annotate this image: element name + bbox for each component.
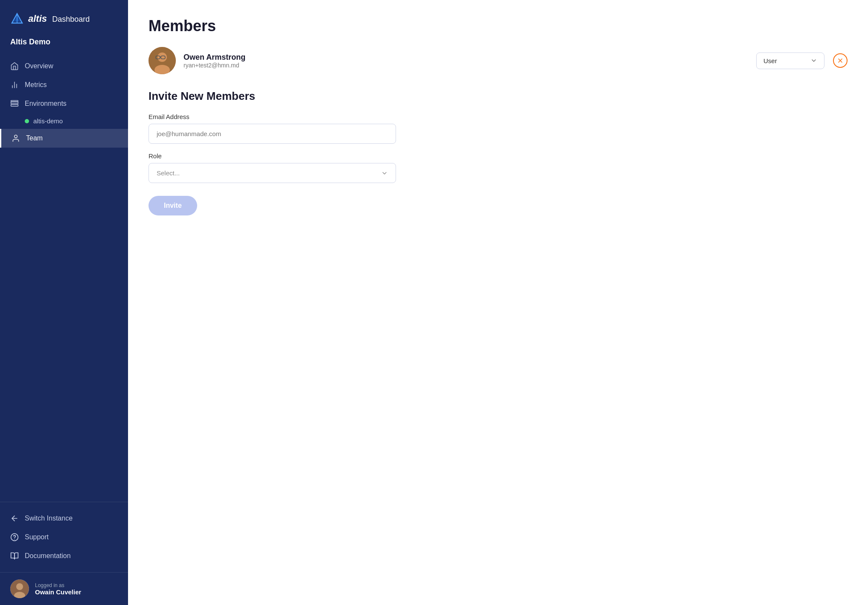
member-remove-button[interactable] [833, 53, 848, 68]
documentation-label: Documentation [25, 552, 71, 560]
user-name: Owain Cuvelier [35, 588, 81, 596]
email-form-group: Email Address [149, 113, 848, 144]
user-footer: Logged in as Owain Cuvelier [0, 572, 128, 605]
sidebar-item-metrics[interactable]: Metrics [0, 76, 128, 94]
documentation-button[interactable]: Documentation [0, 547, 128, 565]
sidebar-item-overview-label: Overview [25, 62, 53, 70]
sidebar-item-environments[interactable]: Environments [0, 94, 128, 113]
role-select-placeholder: Select... [157, 169, 180, 177]
home-icon [10, 62, 19, 70]
svg-rect-8 [11, 101, 18, 102]
sidebar: altis Dashboard Altis Demo Overview [0, 0, 128, 605]
sidebar-bottom: Switch Instance Support Documentation [0, 502, 128, 572]
member-avatar [149, 47, 176, 74]
switch-instance-label: Switch Instance [25, 515, 73, 522]
user-icon [12, 134, 20, 143]
role-select-dropdown[interactable]: Select... [149, 163, 396, 183]
svg-rect-6 [11, 102, 18, 104]
altis-logo-icon [10, 12, 24, 26]
email-input[interactable] [149, 124, 396, 144]
invite-section-title: Invite New Members [149, 90, 848, 103]
switch-instance-button[interactable]: Switch Instance [0, 509, 128, 528]
nav-section: Overview Metrics Environments [0, 53, 128, 502]
env-active-dot [25, 119, 29, 123]
close-icon [837, 57, 844, 64]
sidebar-item-overview[interactable]: Overview [0, 57, 128, 76]
instance-name: Altis Demo [0, 34, 128, 53]
avatar-image [10, 579, 29, 598]
env-sub-label: altis-demo [33, 117, 63, 125]
layers-icon [10, 99, 19, 108]
svg-point-9 [15, 135, 17, 138]
user-avatar [10, 579, 29, 598]
bar-chart-icon [10, 81, 19, 89]
member-email: ryan+test2@hmn.md [184, 62, 749, 69]
role-form-group: Role Select... [149, 152, 848, 183]
main-content: Members Owen Armstrong ryan+test2@hmn.md… [128, 0, 868, 605]
role-chevron-down-icon [381, 170, 388, 177]
page-title: Members [149, 17, 848, 35]
member-role-dropdown[interactable]: User [756, 52, 824, 69]
role-label: Role [149, 152, 848, 160]
member-info: Owen Armstrong ryan+test2@hmn.md [184, 53, 749, 69]
svg-rect-7 [11, 105, 18, 106]
arrow-left-icon [10, 514, 19, 523]
book-open-icon [10, 552, 19, 560]
logged-in-label: Logged in as [35, 582, 81, 588]
app-logo-text: altis Dashboard [28, 13, 90, 24]
support-button[interactable]: Support [0, 528, 128, 547]
email-label: Email Address [149, 113, 848, 120]
help-circle-icon [10, 533, 19, 541]
sidebar-item-metrics-label: Metrics [25, 81, 47, 89]
sidebar-header: altis Dashboard [0, 0, 128, 34]
sidebar-item-environments-label: Environments [25, 100, 67, 108]
chevron-down-icon [810, 57, 817, 64]
sidebar-item-team-label: Team [26, 134, 43, 142]
user-info: Logged in as Owain Cuvelier [35, 582, 81, 596]
member-card: Owen Armstrong ryan+test2@hmn.md User [149, 47, 848, 74]
member-role-value: User [763, 57, 806, 64]
support-label: Support [25, 533, 49, 541]
sidebar-item-altis-demo[interactable]: altis-demo [0, 113, 128, 129]
member-avatar-image [149, 47, 176, 74]
invite-button[interactable]: Invite [149, 196, 197, 215]
member-name: Owen Armstrong [184, 53, 749, 62]
svg-point-14 [16, 583, 23, 590]
sidebar-item-team[interactable]: Team [0, 129, 128, 148]
